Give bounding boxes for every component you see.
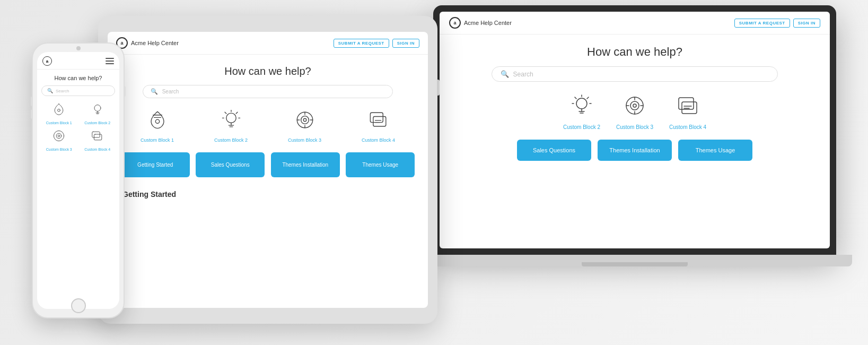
svg-point-11 bbox=[633, 104, 636, 107]
tablet-block-4[interactable]: Custom Block 4 bbox=[362, 108, 395, 143]
laptop-screen: a Acme Help Center SUBMIT A REQUEST SIGN… bbox=[440, 12, 830, 248]
laptop-logo: a Acme Help Center bbox=[449, 17, 512, 29]
phone-block4-label: Custom Block 4 bbox=[84, 148, 110, 151]
phone-body: a How can we help? 🔍 Search bbox=[32, 42, 125, 318]
tablet-cat-getting-started[interactable]: Getting Started bbox=[121, 152, 190, 177]
tablet-device: a Acme Help Center SUBMIT A REQUEST SIGN… bbox=[98, 16, 437, 324]
laptop-blocks-row: Custom Block 2 Custom Block 3 bbox=[455, 92, 814, 130]
laptop-block2-label: Custom Block 2 bbox=[563, 124, 600, 130]
laptop-categories-row: Sales Questions Themes Installation Them… bbox=[455, 140, 814, 161]
laptop-body: a Acme Help Center SUBMIT A REQUEST SIGN… bbox=[433, 5, 836, 255]
phone-power-button bbox=[124, 86, 126, 97]
phone-main-content: How can we help? 🔍 Search Custom Block 1 bbox=[37, 70, 119, 160]
laptop-search-placeholder: Search bbox=[513, 71, 533, 78]
tablet-navbar: a Acme Help Center SUBMIT A REQUEST SIGN… bbox=[108, 32, 428, 55]
tablet-body: a Acme Help Center SUBMIT A REQUEST SIGN… bbox=[98, 16, 437, 324]
laptop-search-bar[interactable]: 🔍 Search bbox=[492, 66, 778, 82]
svg-rect-16 bbox=[679, 98, 694, 109]
submit-request-button-tablet[interactable]: SUBMIT A REQUEST bbox=[334, 39, 389, 48]
svg-line-4 bbox=[575, 97, 576, 99]
submit-request-button-laptop[interactable]: SUBMIT A REQUEST bbox=[734, 19, 790, 28]
laptop-main-content: How can we help? 🔍 Search Custom Block 2 bbox=[440, 34, 830, 180]
phone-vol-down-button bbox=[31, 109, 33, 119]
svg-point-50 bbox=[58, 135, 60, 137]
target-icon bbox=[621, 92, 648, 121]
laptop-block-4[interactable]: Custom Block 4 bbox=[669, 92, 706, 130]
tablet-cat-themes-usage[interactable]: Themes Usage bbox=[346, 152, 415, 177]
phone-block3-label: Custom Block 3 bbox=[46, 148, 72, 151]
laptop-cat-themes-install[interactable]: Themes Installation bbox=[598, 140, 672, 161]
target-icon-tablet bbox=[293, 108, 317, 134]
search-icon-phone: 🔍 bbox=[47, 88, 53, 93]
map-icon-phone bbox=[51, 101, 67, 119]
tablet-power-button bbox=[437, 80, 440, 96]
laptop-base bbox=[417, 255, 852, 266]
laptop-navbar: a Acme Help Center SUBMIT A REQUEST SIGN… bbox=[440, 12, 830, 34]
lightbulb-icon-phone bbox=[90, 101, 106, 119]
phone-block-2[interactable]: Custom Block 2 bbox=[80, 101, 116, 125]
laptop-help-title: How can we help? bbox=[455, 45, 814, 59]
svg-point-23 bbox=[226, 113, 235, 123]
svg-line-27 bbox=[225, 112, 226, 114]
search-icon-tablet: 🔍 bbox=[151, 88, 158, 95]
phone-block-3[interactable]: Custom Block 3 bbox=[41, 128, 77, 151]
sign-in-button-tablet[interactable]: SIGN IN bbox=[392, 39, 419, 48]
svg-point-34 bbox=[303, 118, 306, 122]
tablet-getting-started-label: Getting Started bbox=[120, 185, 415, 199]
phone-block-4[interactable]: Custom Block 4 bbox=[80, 128, 116, 151]
tablet-block-3[interactable]: Custom Block 3 bbox=[288, 108, 321, 143]
phone-logo-icon: a bbox=[42, 56, 52, 66]
scene: a Acme Help Center SUBMIT A REQUEST SIGN… bbox=[0, 0, 868, 345]
phone-block2-label: Custom Block 2 bbox=[84, 121, 110, 125]
tablet-screen: a Acme Help Center SUBMIT A REQUEST SIGN… bbox=[108, 32, 428, 308]
tablet-block2-label: Custom Block 2 bbox=[214, 137, 248, 143]
tablet-app-name: Acme Help Center bbox=[131, 40, 179, 46]
tablet-block-2[interactable]: Custom Block 2 bbox=[214, 108, 248, 143]
laptop-block4-label: Custom Block 4 bbox=[669, 124, 706, 130]
laptop-app-name: Acme Help Center bbox=[464, 20, 512, 26]
tablet-block4-label: Custom Block 4 bbox=[362, 137, 395, 143]
svg-point-44 bbox=[94, 105, 101, 111]
tablet-cat-sales[interactable]: Sales Questions bbox=[196, 152, 265, 177]
target-icon-phone bbox=[51, 128, 67, 146]
phone-screen: a How can we help? 🔍 Search bbox=[37, 52, 119, 309]
phone-block1-label: Custom Block 1 bbox=[46, 121, 72, 125]
lightbulb-icon-tablet bbox=[219, 108, 243, 134]
phone-home-button[interactable] bbox=[71, 298, 86, 313]
phone-help-title: How can we help? bbox=[41, 75, 115, 81]
lightbulb-icon bbox=[568, 92, 595, 121]
phone-blocks-grid: Custom Block 1 Custom Block 2 bbox=[41, 101, 115, 151]
laptop-cat-sales[interactable]: Sales Questions bbox=[517, 140, 591, 161]
svg-rect-51 bbox=[92, 132, 100, 137]
sign-in-button-laptop[interactable]: SIGN IN bbox=[793, 19, 820, 28]
tablet-cat-themes-install[interactable]: Themes Installation bbox=[271, 152, 340, 177]
svg-point-48 bbox=[54, 131, 64, 141]
laptop-block-2[interactable]: Custom Block 2 bbox=[563, 92, 600, 130]
laptop-nav-buttons: SUBMIT A REQUEST SIGN IN bbox=[734, 19, 820, 28]
svg-point-49 bbox=[56, 133, 62, 139]
phone-search-bar[interactable]: 🔍 Search bbox=[41, 85, 115, 96]
phone-block-1[interactable]: Custom Block 1 bbox=[41, 101, 77, 125]
phone-notch bbox=[63, 44, 94, 52]
tablet-main-content: How can we help? 🔍 Search Custom Block 1 bbox=[108, 55, 428, 209]
svg-point-20 bbox=[155, 119, 159, 123]
hamburger-icon[interactable] bbox=[106, 58, 114, 64]
tablet-categories-row: Getting Started Sales Questions Themes I… bbox=[120, 152, 415, 177]
tablet-block-1[interactable]: Custom Block 1 bbox=[141, 108, 174, 143]
svg-line-28 bbox=[236, 112, 238, 114]
phone-search-placeholder: Search bbox=[56, 89, 69, 93]
chat-icon-phone bbox=[90, 128, 106, 146]
tablet-block1-label: Custom Block 1 bbox=[141, 137, 174, 143]
tablet-nav-buttons: SUBMIT A REQUEST SIGN IN bbox=[334, 39, 419, 48]
phone-device: a How can we help? 🔍 Search bbox=[32, 42, 125, 318]
tablet-search-bar[interactable]: 🔍 Search bbox=[143, 85, 393, 98]
chat-icon bbox=[674, 92, 701, 121]
tablet-blocks-row: Custom Block 1 Custom Block 2 bbox=[120, 108, 415, 143]
search-icon-laptop: 🔍 bbox=[501, 70, 509, 78]
svg-rect-17 bbox=[682, 102, 697, 114]
laptop-block-3[interactable]: Custom Block 3 bbox=[616, 92, 653, 130]
svg-point-0 bbox=[576, 98, 587, 109]
tablet-search-placeholder: Search bbox=[162, 89, 179, 94]
laptop-cat-themes-usage[interactable]: Themes Usage bbox=[678, 140, 752, 161]
svg-line-5 bbox=[587, 97, 589, 99]
